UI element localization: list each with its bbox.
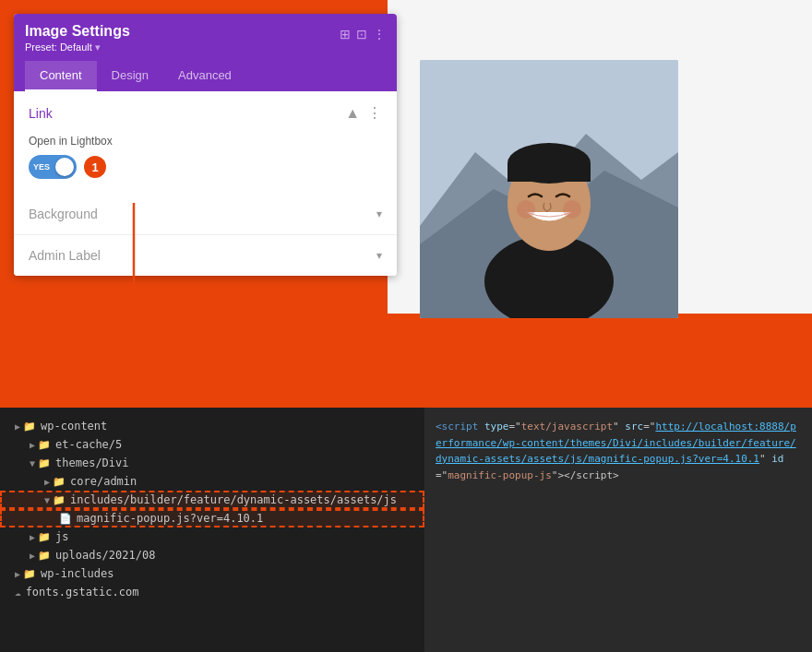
tree-label-js: js — [55, 530, 68, 543]
background-chevron-icon: ▾ — [376, 207, 382, 220]
panel-header-icons: ⊞ ⊡ ⋮ — [340, 27, 386, 41]
svg-point-8 — [517, 200, 535, 219]
tree-item-et-cache[interactable]: ▶ 📁 et-cache/5 — [0, 435, 424, 454]
settings-panel: Image Settings Preset: Default ▾ ⊞ ⊡ ⋮ C… — [14, 14, 397, 276]
svg-rect-7 — [508, 163, 591, 182]
toggle-yes-label: YES — [33, 162, 50, 172]
tree-label-et-cache: et-cache/5 — [55, 438, 122, 451]
tree-item-js[interactable]: ▶ 📁 js — [0, 528, 424, 546]
svg-point-9 — [563, 200, 581, 219]
link-section-content: Open in Lightbox YES 1 — [14, 135, 397, 194]
tab-bar: Content Design Advanced — [14, 61, 397, 91]
admin-label-title: Admin Label — [29, 248, 101, 263]
panel-header: Image Settings Preset: Default ▾ ⊞ ⊡ ⋮ — [14, 14, 397, 61]
image-preview — [420, 60, 678, 318]
code-attr-src: src — [625, 421, 643, 433]
tree-label-core-admin: core/admin — [70, 475, 137, 488]
tree-item-fonts-gstatic[interactable]: ☁ fonts.gstatic.com — [0, 583, 424, 601]
open-lightbox-label: Open in Lightbox — [29, 135, 382, 148]
tree-label-magnific-popup: magnific-popup.js?ver=4.10.1 — [77, 512, 263, 525]
tree-label-wp-includes: wp-includes — [41, 567, 113, 580]
tree-item-core-admin[interactable]: ▶ 📁 core/admin — [0, 472, 424, 491]
background-section-title: Background — [29, 207, 98, 221]
code-tag-open: <script — [436, 421, 484, 433]
expand-icon[interactable]: ⊞ — [340, 27, 351, 41]
tab-design[interactable]: Design — [97, 61, 163, 91]
tree-item-themes-divi[interactable]: ▼ 📁 themes/Divi — [0, 454, 424, 472]
tree-item-wp-content[interactable]: ▶ 📁 wp-content — [0, 417, 424, 435]
link-more-icon[interactable]: ⋮ — [367, 104, 382, 122]
code-attr-type: type — [484, 421, 509, 433]
panel-preset: Preset: Default ▾ — [25, 41, 130, 53]
tab-advanced[interactable]: Advanced — [163, 61, 246, 91]
step-number-1: 1 — [84, 156, 106, 178]
link-section-title: Link — [29, 106, 53, 121]
tab-content[interactable]: Content — [25, 61, 97, 91]
tree-label-includes-builder: includes/builder/feature/dynamic-assets/… — [70, 493, 397, 506]
panel-title: Image Settings — [25, 23, 130, 40]
code-attr-id: id — [771, 453, 783, 465]
file-tree: ▶ 📁 wp-content ▶ 📁 et-cache/5 ▼ 📁 themes… — [0, 408, 424, 652]
background-section-header[interactable]: Background ▾ — [14, 194, 397, 235]
link-section-header[interactable]: Link ▲ ⋮ — [14, 91, 397, 135]
link-section-icons: ▲ ⋮ — [345, 104, 382, 122]
tree-label-wp-content: wp-content — [41, 420, 107, 433]
code-val-type: text/javascript — [521, 421, 613, 433]
tree-label-uploads: uploads/2021/08 — [55, 549, 155, 562]
admin-label-section-header[interactable]: Admin Label ▾ — [14, 235, 397, 276]
code-val-id: magnific-popup-js — [448, 469, 552, 481]
tree-label-themes-divi: themes/Divi — [55, 456, 128, 469]
chevron-up-icon[interactable]: ▲ — [345, 105, 360, 122]
tree-item-includes-builder[interactable]: ▼ 📁 includes/builder/feature/dynamic-ass… — [0, 491, 424, 509]
devtools-code-panel: <script type="text/javascript" src="http… — [424, 408, 812, 652]
devtools-panel: ▶ 📁 wp-content ▶ 📁 et-cache/5 ▼ 📁 themes… — [0, 408, 812, 652]
tree-item-magnific-popup[interactable]: 📄 magnific-popup.js?ver=4.10.1 — [0, 509, 424, 528]
tree-item-uploads[interactable]: ▶ 📁 uploads/2021/08 — [0, 546, 424, 564]
code-script-line: <script type="text/javascript" src="http… — [436, 419, 801, 483]
toggle-row: YES 1 — [29, 155, 382, 179]
tree-label-fonts-gstatic: fonts.gstatic.com — [26, 586, 139, 599]
admin-chevron-icon: ▾ — [376, 249, 382, 262]
lightbox-toggle[interactable]: YES — [29, 155, 77, 179]
more-icon[interactable]: ⋮ — [373, 27, 386, 41]
split-icon[interactable]: ⊡ — [356, 27, 367, 41]
toggle-knob — [55, 158, 74, 176]
panel-body: Link ▲ ⋮ Open in Lightbox YES 1 Backgrou… — [14, 91, 397, 276]
tree-item-wp-includes[interactable]: ▶ 📁 wp-includes — [0, 564, 424, 583]
